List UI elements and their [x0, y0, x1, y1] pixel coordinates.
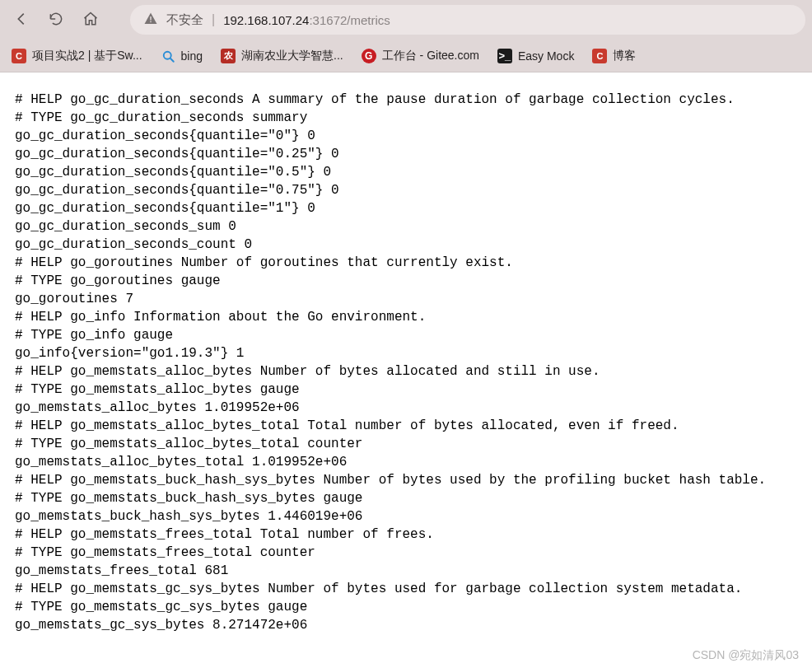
bookmark-label: bing	[181, 49, 203, 63]
csdn-icon: C	[12, 49, 26, 63]
arrow-left-icon	[12, 10, 30, 30]
address-separator: |	[212, 12, 215, 27]
watermark: CSDN @宛如清风03	[693, 648, 799, 663]
insecure-label: 不安全	[166, 12, 203, 28]
bookmark-label: 工作台 - Gitee.com	[382, 49, 479, 63]
browser-toolbar: 不安全 | 192.168.107.24:31672/metrics	[0, 0, 812, 40]
insecure-warning-icon	[143, 12, 158, 29]
bing-icon	[161, 49, 175, 63]
easymock-icon: >_	[497, 49, 512, 63]
bookmark-label: Easy Mock	[518, 49, 574, 63]
bookmark-item[interactable]: bing	[161, 49, 203, 63]
home-button[interactable]	[76, 5, 105, 35]
reload-button[interactable]	[41, 5, 71, 35]
gitee-icon: G	[362, 49, 376, 63]
bookmark-item[interactable]: 农湖南农业大学智慧...	[221, 49, 343, 63]
address-bar[interactable]: 不安全 | 192.168.107.24:31672/metrics	[130, 5, 805, 35]
svg-rect-0	[150, 16, 152, 21]
svg-line-3	[170, 58, 174, 62]
url-text: 192.168.107.24:31672/metrics	[223, 13, 390, 27]
bookmark-item[interactable]: C项目实战2 | 基于Sw...	[12, 49, 142, 63]
hunau-icon: 农	[221, 49, 236, 63]
back-button[interactable]	[7, 5, 36, 35]
bookmark-item[interactable]: >_Easy Mock	[497, 49, 574, 63]
metrics-output: # HELP go_gc_duration_seconds A summary …	[15, 91, 797, 634]
bookmarks-bar: C项目实战2 | 基于Sw...bing农湖南农业大学智慧...G工作台 - G…	[0, 40, 812, 72]
bookmark-label: 湖南农业大学智慧...	[241, 49, 343, 63]
url-port-path: :31672/metrics	[309, 13, 390, 27]
svg-rect-1	[150, 21, 152, 22]
bookmark-label: 项目实战2 | 基于Sw...	[32, 49, 142, 63]
url-host: 192.168.107.24	[223, 13, 309, 27]
reload-icon	[48, 11, 64, 30]
page-content: # HELP go_gc_duration_seconds A summary …	[0, 72, 812, 668]
bookmark-item[interactable]: G工作台 - Gitee.com	[362, 49, 479, 63]
home-icon	[82, 11, 99, 30]
bookmark-item[interactable]: C博客	[592, 49, 636, 63]
bookmark-label: 博客	[613, 49, 636, 63]
csdn-icon: C	[592, 49, 607, 63]
